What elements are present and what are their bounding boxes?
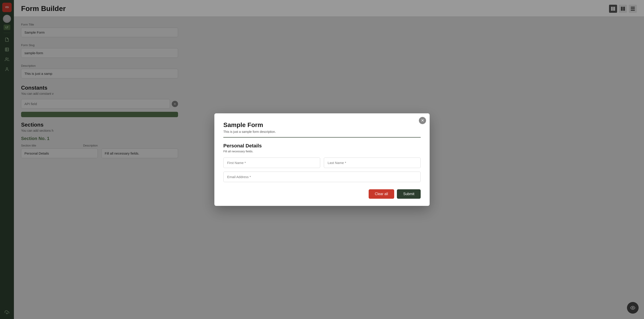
modal-section-sub: Fill all necessary fields. xyxy=(223,150,421,153)
clear-all-button[interactable]: Clear all xyxy=(369,189,394,199)
modal-divider xyxy=(223,137,421,138)
modal-overlay: ✕ Sample Form This is just a sample form… xyxy=(0,0,644,319)
modal-name-row xyxy=(223,157,421,168)
first-name-input[interactable] xyxy=(223,157,320,168)
last-name-input[interactable] xyxy=(324,157,421,168)
submit-button[interactable]: Submit xyxy=(397,189,421,199)
modal-description: This is just a sample form description. xyxy=(223,130,421,133)
modal: ✕ Sample Form This is just a sample form… xyxy=(214,113,430,206)
modal-title: Sample Form xyxy=(223,121,421,129)
modal-email-row xyxy=(223,172,421,182)
modal-footer: Clear all Submit xyxy=(223,189,421,199)
modal-section-title: Personal Details xyxy=(223,143,421,149)
modal-close-button[interactable]: ✕ xyxy=(419,117,426,124)
email-input[interactable] xyxy=(223,172,421,182)
